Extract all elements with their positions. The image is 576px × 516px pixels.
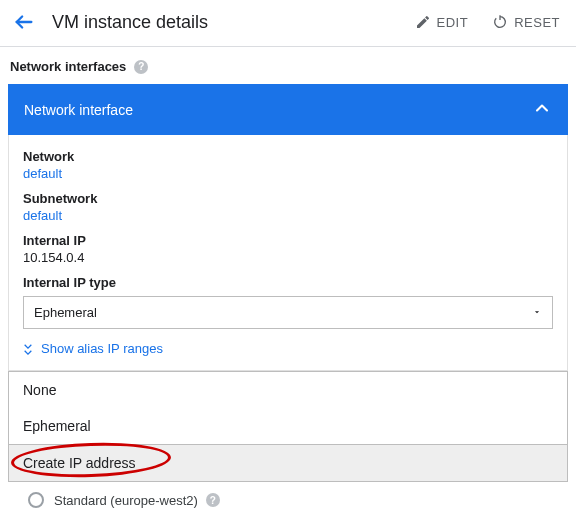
- help-icon[interactable]: ?: [134, 60, 148, 74]
- dropdown-option-create-ip[interactable]: Create IP address: [9, 445, 567, 481]
- internal-ip-value: 10.154.0.4: [23, 250, 553, 265]
- subnetwork-label: Subnetwork: [23, 191, 553, 206]
- panel-body: Network default Subnetwork default Inter…: [8, 135, 568, 371]
- reset-button-label: RESET: [514, 15, 560, 30]
- ip-address-dropdown: None Ephemeral Create IP address: [8, 371, 568, 482]
- page-title: VM instance details: [52, 12, 391, 33]
- internal-ip-type-select[interactable]: Ephemeral: [23, 296, 553, 329]
- network-label: Network: [23, 149, 553, 164]
- edit-button[interactable]: EDIT: [415, 14, 469, 30]
- help-icon[interactable]: ?: [206, 493, 220, 507]
- show-alias-ip-ranges[interactable]: Show alias IP ranges: [23, 341, 553, 356]
- reset-icon: [492, 14, 508, 30]
- chevron-up-icon: [532, 98, 552, 121]
- network-interfaces-label: Network interfaces: [10, 59, 126, 74]
- internal-ip-type-value: Ephemeral: [34, 305, 97, 320]
- double-chevron-down-icon: [23, 343, 33, 355]
- dropdown-option-none[interactable]: None: [9, 372, 567, 408]
- network-value[interactable]: default: [23, 166, 553, 181]
- page-header: VM instance details EDIT RESET: [0, 0, 576, 47]
- tier-standard-label: Standard (europe-west2): [54, 493, 198, 508]
- radio-icon: [28, 492, 44, 508]
- dropdown-option-ephemeral[interactable]: Ephemeral: [9, 408, 567, 444]
- reset-button[interactable]: RESET: [492, 14, 560, 30]
- panel-header[interactable]: Network interface: [8, 84, 568, 135]
- internal-ip-type-label: Internal IP type: [23, 275, 553, 290]
- subnetwork-value[interactable]: default: [23, 208, 553, 223]
- panel-title: Network interface: [24, 102, 133, 118]
- pencil-icon: [415, 14, 431, 30]
- tier-standard-row[interactable]: Standard (europe-west2) ?: [0, 482, 576, 516]
- caret-down-icon: [532, 305, 542, 320]
- internal-ip-label: Internal IP: [23, 233, 553, 248]
- back-arrow-icon[interactable]: [12, 10, 36, 34]
- network-interfaces-section: Network interfaces ?: [0, 47, 576, 84]
- svg-marker-2: [535, 311, 539, 313]
- edit-button-label: EDIT: [437, 15, 469, 30]
- network-interface-panel: Network interface Network default Subnet…: [8, 84, 568, 371]
- show-alias-label: Show alias IP ranges: [41, 341, 163, 356]
- dropdown-option-create-ip-label: Create IP address: [23, 455, 136, 471]
